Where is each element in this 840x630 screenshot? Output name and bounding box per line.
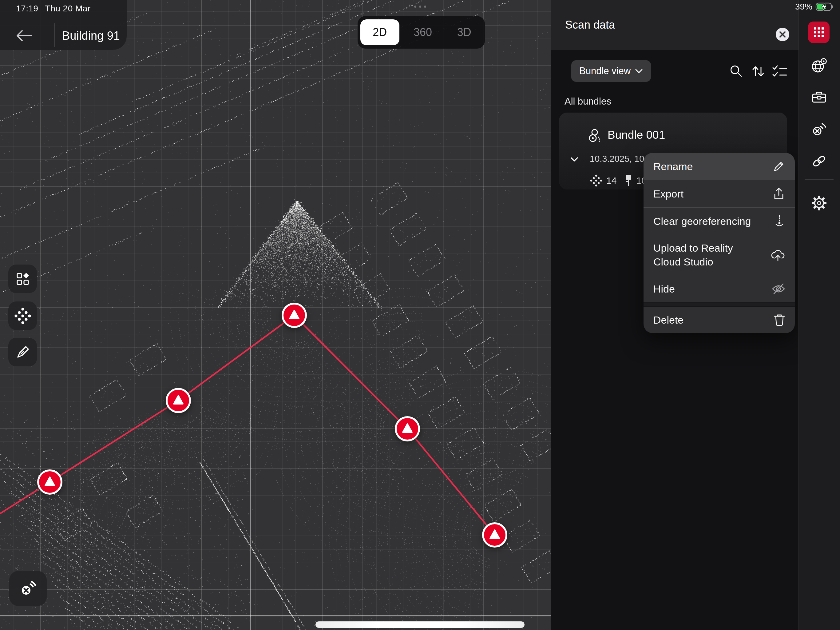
search-button[interactable] <box>726 62 746 81</box>
menu-label-upload: Upload to Reality Cloud Studio <box>654 241 759 269</box>
globe-pin-icon <box>810 58 828 74</box>
status-date: Thu 20 Mar <box>45 4 91 13</box>
menu-item-upload-reality-cloud[interactable]: Upload to Reality Cloud Studio <box>644 235 795 275</box>
sidebar-geolocation-button[interactable] <box>808 55 830 77</box>
export-icon <box>772 187 786 201</box>
bundle-stats: 14 10 <box>590 174 647 188</box>
scanner-connection-button[interactable] <box>9 571 47 606</box>
annotate-tool-button[interactable] <box>8 338 37 366</box>
setups-view-button[interactable] <box>8 264 37 293</box>
menu-item-hide[interactable]: Hide <box>644 275 795 302</box>
bundle-view-selector[interactable]: Bundle view <box>571 60 651 82</box>
battery-percent: 39% <box>795 2 812 12</box>
bundle-name: Bundle 001 <box>608 128 665 141</box>
scan-route-overlay <box>0 0 551 630</box>
grid-diamond-icon <box>15 271 31 287</box>
eye-slash-icon <box>771 283 786 295</box>
pencil-icon <box>772 160 786 173</box>
checklist-icon <box>772 65 788 78</box>
target-count-icon <box>624 174 632 188</box>
point-cloud-view-button[interactable] <box>8 301 37 330</box>
close-icon <box>775 27 789 41</box>
bundle-view-label: Bundle view <box>579 65 631 77</box>
nav-divider <box>54 24 55 47</box>
menu-group-separator <box>644 302 795 307</box>
expand-bundle-button[interactable] <box>568 153 581 166</box>
sort-button[interactable] <box>748 62 768 81</box>
scan-marker-4[interactable] <box>396 417 419 440</box>
search-icon <box>729 64 744 79</box>
point-dots-icon <box>14 307 32 324</box>
gear-icon <box>811 195 827 211</box>
sidebar-divider <box>805 179 834 180</box>
cloud-upload-icon <box>770 248 786 262</box>
page-title: Building 91 <box>60 27 122 45</box>
sidebar-scanner-status-button[interactable] <box>808 118 830 140</box>
grid-apps-icon <box>812 25 826 39</box>
bundle-icon <box>589 128 604 143</box>
bundle-context-menu: Rename Export Clear georeferencing Uploa… <box>644 153 795 333</box>
link-icon <box>811 153 827 169</box>
tab-360[interactable]: 360 <box>403 19 442 45</box>
menu-label-rename: Rename <box>654 160 693 174</box>
sidebar-settings-button[interactable] <box>808 192 830 214</box>
home-indicator[interactable] <box>316 621 524 628</box>
back-arrow-icon <box>16 29 33 43</box>
section-label: All bundles <box>565 96 611 107</box>
trash-icon <box>773 313 786 327</box>
tab-3d[interactable]: 3D <box>445 19 484 45</box>
menu-item-clear-georeferencing[interactable]: Clear georeferencing <box>644 207 795 235</box>
panel-title: Scan data <box>565 0 615 50</box>
menu-item-delete[interactable]: Delete <box>644 307 795 333</box>
menu-label-hide: Hide <box>654 282 675 296</box>
chevron-down-icon <box>568 154 580 165</box>
multiselect-button[interactable] <box>770 62 789 81</box>
scalpel-icon <box>15 344 31 360</box>
menu-label-delete: Delete <box>654 313 684 327</box>
scan-count: 14 <box>606 175 616 186</box>
scan-marker-5[interactable] <box>483 523 507 547</box>
sidebar-toolbox-button[interactable] <box>808 86 830 108</box>
status-clock: 17:19Thu 20 Mar <box>16 4 91 14</box>
scan-marker-2[interactable] <box>167 389 190 412</box>
battery-status: 39% <box>795 2 834 12</box>
sort-arrows-icon <box>751 64 766 79</box>
menu-label-clear-georeferencing: Clear georeferencing <box>654 214 751 228</box>
close-panel-button[interactable] <box>775 27 789 41</box>
scanner-disconnected-icon <box>19 579 37 598</box>
tab-2d[interactable]: 2D <box>360 19 399 45</box>
georeference-icon <box>772 214 786 228</box>
scan-data-apps-button[interactable] <box>808 22 829 43</box>
status-time: 17:19 <box>16 4 38 13</box>
sidebar-link-button[interactable] <box>808 150 830 172</box>
menu-item-rename[interactable]: Rename <box>644 153 795 180</box>
scanner-disconnected-icon <box>811 121 827 138</box>
scan-count-icon <box>590 174 603 187</box>
scan-route-line <box>0 315 495 535</box>
back-button[interactable] <box>14 27 36 45</box>
scan-marker-1[interactable] <box>38 470 62 494</box>
scan-marker-3[interactable] <box>283 304 306 327</box>
battery-charging-icon <box>815 2 834 12</box>
nav-panel: 17:19Thu 20 Mar Building 91 <box>0 0 127 50</box>
point-cloud-map[interactable] <box>0 0 551 630</box>
view-mode-toggle: 2D 360 3D <box>358 16 485 49</box>
menu-label-export: Export <box>654 187 684 201</box>
chevron-down-icon <box>635 68 643 74</box>
menu-item-export[interactable]: Export <box>644 180 795 207</box>
multitasking-indicator[interactable] <box>411 6 429 10</box>
toolbox-icon <box>811 90 827 104</box>
